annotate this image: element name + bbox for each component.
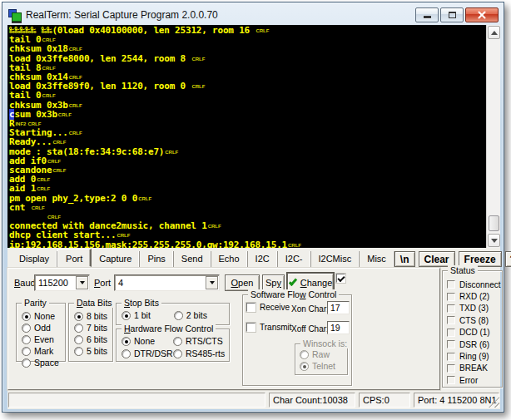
autochange-checkbox[interactable] bbox=[336, 274, 345, 283]
maximize-button[interactable] bbox=[440, 7, 464, 22]
led-indicator-icon bbox=[447, 316, 455, 324]
check-icon bbox=[289, 277, 297, 286]
terminal-output[interactable]: ‰‰‰‰‰ ‰‰(0load 0x40100000, len 25312, ro… bbox=[7, 25, 500, 248]
status-dsr-6-: DSR (6) bbox=[447, 338, 502, 350]
radio-icon[interactable] bbox=[74, 312, 83, 321]
parity-group: Parity NoneOddEvenMarkSpace bbox=[16, 303, 66, 362]
radio-none[interactable]: None bbox=[122, 335, 173, 347]
radio-icon[interactable] bbox=[22, 324, 31, 333]
radio-icon[interactable] bbox=[122, 311, 131, 320]
xon-char-input[interactable]: 17 bbox=[327, 301, 350, 314]
radio-dtr-dsr[interactable]: DTR/DSR bbox=[122, 348, 173, 359]
radio-odd[interactable]: Odd bbox=[22, 322, 63, 334]
radio-7-bits[interactable]: 7 bits bbox=[74, 322, 111, 334]
led-indicator-icon bbox=[447, 376, 455, 384]
scrollbar-thumb[interactable] bbox=[489, 215, 499, 231]
close-icon bbox=[478, 11, 486, 19]
radio-6-bits[interactable]: 6 bits bbox=[74, 334, 111, 345]
xon-char-label: Xon Char: bbox=[291, 304, 329, 314]
newline-button[interactable]: \n bbox=[394, 251, 415, 267]
radio-rts-cts[interactable]: RTS/CTS bbox=[173, 335, 227, 347]
radio-icon[interactable] bbox=[74, 335, 83, 344]
tab-send[interactable]: Send bbox=[174, 251, 211, 267]
radio-label: Telnet bbox=[312, 361, 335, 371]
radio-label: 7 bits bbox=[87, 323, 107, 333]
terminal-line: cnt CRLF bbox=[9, 203, 486, 212]
radio-icon[interactable] bbox=[74, 347, 83, 356]
radio-8-bits[interactable]: 8 bits bbox=[74, 310, 111, 322]
terminal-line: load 0x3ffe89f0, len 1120, room 0 CRLF bbox=[9, 82, 486, 91]
spy-button[interactable]: Spy bbox=[262, 274, 285, 291]
receive-checkbox[interactable] bbox=[246, 303, 256, 312]
terminal-line: chksum 0x3bCRLF bbox=[9, 101, 486, 110]
tab-capture[interactable]: Capture bbox=[92, 251, 140, 267]
help-button[interactable]: ? bbox=[505, 251, 511, 267]
port-combo[interactable]: 4 bbox=[114, 274, 220, 291]
radio-icon[interactable] bbox=[173, 337, 182, 346]
radio-icon[interactable] bbox=[74, 324, 83, 333]
tab-i2c[interactable]: I2C bbox=[248, 251, 278, 267]
maximize-icon bbox=[449, 12, 456, 18]
radio-icon[interactable] bbox=[173, 349, 182, 358]
tab-i2c-2[interactable]: I2C-2 bbox=[278, 251, 311, 267]
radio-even[interactable]: Even bbox=[22, 334, 63, 345]
tab-pins[interactable]: Pins bbox=[140, 251, 173, 267]
radio-icon[interactable] bbox=[22, 358, 31, 368]
minimize-button[interactable] bbox=[415, 7, 439, 22]
tab-misc[interactable]: Misc bbox=[360, 251, 394, 267]
scroll-down-button[interactable] bbox=[488, 234, 500, 247]
radio-rs485-rts[interactable]: RS485-rts bbox=[173, 348, 227, 359]
baud-combo[interactable]: 115200 bbox=[34, 274, 90, 291]
terminal-line: load 0x3ffe8000, len 2544, room 8 CRLF bbox=[9, 54, 486, 63]
close-button[interactable] bbox=[465, 7, 499, 22]
radio-icon[interactable] bbox=[22, 312, 31, 321]
led-indicator-icon bbox=[447, 293, 455, 301]
status-label: RXD (2) bbox=[459, 292, 489, 301]
radio-2-bits[interactable]: 2 bits bbox=[174, 309, 207, 321]
client-area: ‰‰‰‰‰ ‰‰(0load 0x40100000, len 25312, ro… bbox=[7, 25, 500, 409]
status-label: TXD (3) bbox=[459, 304, 489, 313]
radio-telnet: Telnet bbox=[300, 360, 345, 372]
scroll-up-button[interactable] bbox=[488, 26, 500, 39]
tab-echo-port[interactable]: Echo Port bbox=[211, 251, 248, 267]
radio-1-bit[interactable]: 1 bit bbox=[122, 309, 151, 321]
radio-icon[interactable] bbox=[174, 311, 183, 320]
radio-space[interactable]: Space bbox=[22, 357, 63, 368]
radio-icon bbox=[300, 362, 309, 371]
port-value: 4 bbox=[118, 278, 123, 288]
radio-label: Mark bbox=[34, 346, 53, 356]
status-error: Error bbox=[447, 374, 502, 386]
radio-label: Even bbox=[34, 334, 54, 344]
port-dropdown-button[interactable] bbox=[206, 276, 218, 289]
terminal-scrollbar[interactable] bbox=[486, 25, 500, 248]
radio-icon[interactable] bbox=[22, 347, 31, 356]
baud-dropdown-button[interactable] bbox=[76, 276, 88, 289]
transmit-checkbox[interactable] bbox=[246, 323, 256, 332]
tab-display[interactable]: Display bbox=[12, 251, 57, 267]
radio-none[interactable]: None bbox=[22, 310, 63, 322]
radio-icon[interactable] bbox=[22, 335, 31, 344]
app-icon[interactable] bbox=[7, 8, 21, 22]
radio-mark[interactable]: Mark bbox=[22, 345, 63, 357]
led-indicator-icon bbox=[447, 340, 455, 348]
open-button[interactable]: Open bbox=[225, 274, 260, 291]
radio-5-bits[interactable]: 5 bits bbox=[74, 345, 111, 357]
xoff-char-input[interactable]: 19 bbox=[327, 321, 350, 334]
radio-label: 1 bit bbox=[134, 310, 151, 320]
tab-i2cmisc[interactable]: I2CMisc bbox=[311, 251, 360, 267]
status-label: CTS (8) bbox=[459, 316, 489, 325]
xoff-char-label: Xoff Char: bbox=[291, 324, 329, 334]
led-indicator-icon bbox=[447, 304, 455, 313]
chevron-down-icon bbox=[210, 281, 215, 284]
port-label: Port bbox=[94, 278, 111, 288]
radio-icon[interactable] bbox=[122, 337, 131, 346]
change-button-label: Change bbox=[300, 278, 333, 288]
tabs: DisplayPortCapturePinsSendEcho PortI2CI2… bbox=[7, 249, 394, 267]
terminal-line: add if0CRLF bbox=[9, 156, 486, 166]
tab-port[interactable]: Port bbox=[57, 249, 92, 267]
status-group: Status DisconnectRXD (2)TXD (3)CTS (8)DC… bbox=[442, 270, 503, 388]
title-bar[interactable]: RealTerm: Serial Capture Program 2.0.0.7… bbox=[7, 5, 499, 24]
radio-icon[interactable] bbox=[122, 349, 131, 358]
hardware-flow-group-title: Hardware Flow Control bbox=[122, 324, 216, 334]
status-label: BREAK bbox=[459, 363, 488, 373]
